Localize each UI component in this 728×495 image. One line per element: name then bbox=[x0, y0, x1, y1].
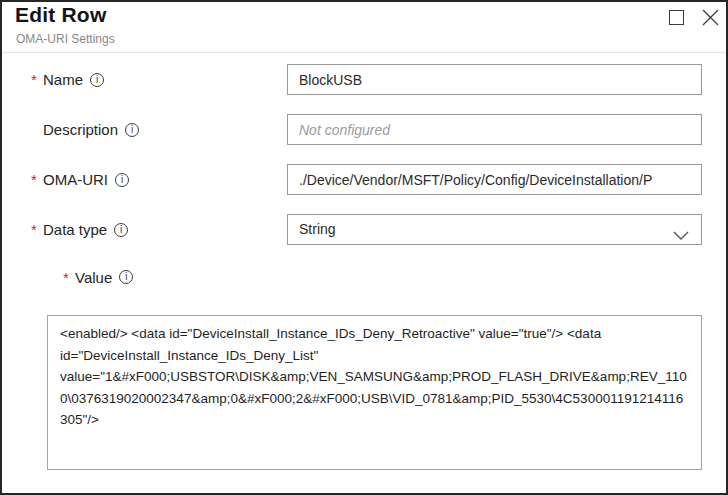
value-label: * Value i bbox=[63, 265, 133, 289]
data-type-label: * Data type i bbox=[31, 214, 128, 245]
maximize-icon bbox=[669, 10, 684, 28]
name-label: * Name i bbox=[31, 64, 104, 95]
name-label-text: Name bbox=[43, 71, 83, 88]
maximize-button[interactable] bbox=[666, 9, 686, 29]
close-icon bbox=[702, 9, 719, 29]
oma-uri-input[interactable] bbox=[287, 164, 702, 195]
header-divider bbox=[2, 52, 726, 53]
oma-uri-label: * OMA-URI i bbox=[31, 164, 129, 195]
close-button[interactable] bbox=[700, 9, 720, 29]
dialog-subtitle: OMA-URI Settings bbox=[16, 32, 115, 46]
info-icon[interactable]: i bbox=[90, 73, 104, 87]
edit-row-dialog: Edit Row OMA-URI Settings * Name i Descr… bbox=[0, 0, 728, 495]
chevron-down-icon bbox=[673, 226, 689, 244]
titlebar: Edit Row OMA-URI Settings bbox=[2, 2, 726, 52]
required-asterisk: * bbox=[31, 221, 43, 238]
value-label-text: Value bbox=[75, 269, 112, 286]
required-asterisk: * bbox=[31, 171, 43, 188]
description-label-text: Description bbox=[43, 121, 118, 138]
page-title: Edit Row bbox=[15, 3, 106, 27]
name-input[interactable] bbox=[287, 64, 702, 95]
info-icon[interactable]: i bbox=[115, 173, 129, 187]
value-textarea[interactable]: <enabled/> <data id="DeviceInstall_Insta… bbox=[47, 315, 702, 470]
info-icon[interactable]: i bbox=[114, 223, 128, 237]
oma-uri-label-text: OMA-URI bbox=[43, 171, 108, 188]
data-type-select[interactable]: String bbox=[287, 214, 702, 245]
required-asterisk: * bbox=[63, 269, 75, 286]
data-type-selected-value: String bbox=[299, 215, 336, 244]
description-label: Description i bbox=[31, 114, 139, 145]
data-type-label-text: Data type bbox=[43, 221, 107, 238]
info-icon[interactable]: i bbox=[125, 123, 139, 137]
description-input[interactable] bbox=[287, 114, 702, 145]
required-asterisk: * bbox=[31, 71, 43, 88]
info-icon[interactable]: i bbox=[119, 270, 133, 284]
